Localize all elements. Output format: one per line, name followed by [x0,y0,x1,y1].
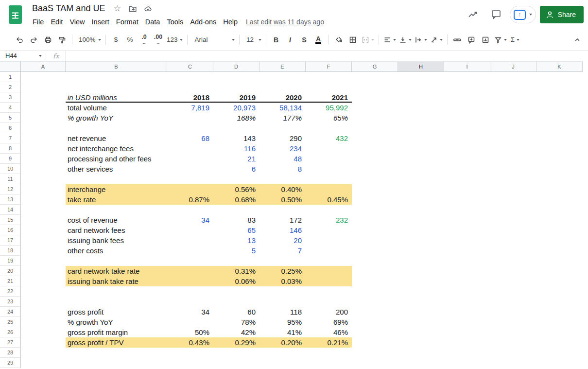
cell-E21[interactable]: 0.03% [259,276,306,286]
cell-B15[interactable]: cost of revenue [66,215,167,225]
cell-D17[interactable]: 13 [213,235,259,246]
cell-D13[interactable]: 0.68% [213,194,259,205]
cell-D24[interactable]: 60 [213,307,259,317]
zoom-button[interactable]: 100% [75,33,103,47]
column-header-A[interactable]: A [21,61,66,72]
row-header-3[interactable]: 3 [0,92,21,103]
cell-B4[interactable]: total volume [66,103,167,113]
cell-E8[interactable]: 234 [259,143,306,154]
move-folder-icon[interactable] [128,4,137,13]
cell-D16[interactable]: 65 [213,225,259,235]
sheets-logo-icon[interactable] [7,4,23,25]
cell-F7[interactable]: 432 [306,133,352,143]
cell-F26[interactable]: 46% [306,327,352,337]
row-header-16[interactable]: 16 [0,225,21,235]
horizontal-align-icon[interactable] [382,33,398,47]
cell-F25[interactable]: 69% [306,317,352,327]
undo-icon[interactable] [13,33,27,47]
cell-E7[interactable]: 290 [259,133,306,143]
column-header-K[interactable]: K [536,61,583,72]
cell-E16[interactable]: 146 [259,225,306,235]
cell-C7[interactable]: 68 [167,133,213,143]
font-family-button[interactable]: Arial [190,33,236,47]
row-header-4[interactable]: 4 [0,103,21,113]
menu-tools[interactable]: Tools [163,17,187,27]
row-header-13[interactable]: 13 [0,194,21,205]
column-header-G[interactable]: G [352,61,398,72]
cell-B9[interactable]: processing and other fees [66,154,167,164]
column-header-J[interactable]: J [490,61,536,72]
row-header-20[interactable]: 20 [0,266,21,276]
row-header-2[interactable]: 2 [0,82,21,92]
cell-D8[interactable]: 116 [213,143,259,154]
column-header-B[interactable]: B [66,61,167,72]
row-header-7[interactable]: 7 [0,133,21,143]
document-title[interactable]: BaaS TAM and UE [32,3,105,14]
menu-format[interactable]: Format [113,17,142,27]
row-header-19[interactable]: 19 [0,256,21,266]
cell-D15[interactable]: 83 [213,215,259,225]
cell-E3[interactable]: 2020 [259,92,306,103]
row-header-27[interactable]: 27 [0,337,21,348]
cell-B20[interactable]: card network take rate [66,266,167,276]
column-header-I[interactable]: I [444,61,490,72]
cloud-saved-icon[interactable] [144,4,153,13]
menu-edit[interactable]: Edit [47,17,66,27]
row-header-14[interactable]: 14 [0,205,21,215]
present-button[interactable]: ↑ [510,6,536,23]
fill-color-icon[interactable] [332,33,346,47]
cell-C15[interactable]: 34 [167,215,213,225]
row-header-18[interactable]: 18 [0,246,21,256]
cell-E27[interactable]: 0.20% [259,337,306,348]
row-header-29[interactable]: 29 [0,358,21,368]
cell-E12[interactable]: 0.40% [259,184,306,194]
row-header-5[interactable]: 5 [0,113,21,123]
cell-C24[interactable]: 34 [167,307,213,317]
row-header-9[interactable]: 9 [0,154,21,164]
row-header-22[interactable]: 22 [0,286,21,297]
decrease-decimal-button[interactable]: .0← [137,33,151,47]
row-header-15[interactable]: 15 [0,215,21,225]
row-header-11[interactable]: 11 [0,174,21,184]
cell-B26[interactable]: gross profit margin [66,327,167,337]
row-header-24[interactable]: 24 [0,307,21,317]
last-edit-link[interactable]: Last edit was 11 days ago [246,18,324,26]
cell-F13[interactable]: 0.45% [306,194,352,205]
increase-decimal-button[interactable]: .00→ [151,33,165,47]
menu-help[interactable]: Help [220,17,241,27]
cell-E24[interactable]: 118 [259,307,306,317]
text-rotation-icon[interactable] [429,33,444,47]
cell-B10[interactable]: other services [66,164,167,174]
insert-chart-icon[interactable] [479,33,493,47]
row-header-21[interactable]: 21 [0,276,21,286]
cell-B21[interactable]: issuing bank take rate [66,276,167,286]
select-all-corner[interactable] [0,61,21,72]
cell-B12[interactable]: interchange [66,184,167,194]
cell-D18[interactable]: 5 [213,246,259,256]
cell-B3[interactable]: in USD millions [66,92,167,103]
cell-F24[interactable]: 200 [306,307,352,317]
cell-C4[interactable]: 7,819 [167,103,213,113]
row-header-12[interactable]: 12 [0,184,21,194]
text-wrap-icon[interactable] [413,33,429,47]
cell-D3[interactable]: 2019 [213,92,259,103]
strikethrough-button[interactable]: S [297,33,311,47]
cell-D27[interactable]: 0.29% [213,337,259,348]
cell-B7[interactable]: net revenue [66,133,167,143]
cell-E13[interactable]: 0.50% [259,194,306,205]
cell-E25[interactable]: 95% [259,317,306,327]
cell-E17[interactable]: 20 [259,235,306,246]
cell-F3[interactable]: 2021 [306,92,352,103]
row-header-26[interactable]: 26 [0,327,21,337]
cell-D7[interactable]: 143 [213,133,259,143]
spreadsheet-grid[interactable]: ABCDEFGHIJK12345678910111213141516171819… [0,61,588,369]
column-header-C[interactable]: C [167,61,213,72]
cell-C26[interactable]: 50% [167,327,213,337]
cell-D4[interactable]: 20,973 [213,103,259,113]
row-header-1[interactable]: 1 [0,72,21,82]
cell-B5[interactable]: % growth YoY [66,113,167,123]
comment-history-icon[interactable] [486,5,506,24]
italic-button[interactable]: I [283,33,297,47]
row-header-25[interactable]: 25 [0,317,21,327]
cell-B27[interactable]: gross profit / TPV [66,337,167,348]
